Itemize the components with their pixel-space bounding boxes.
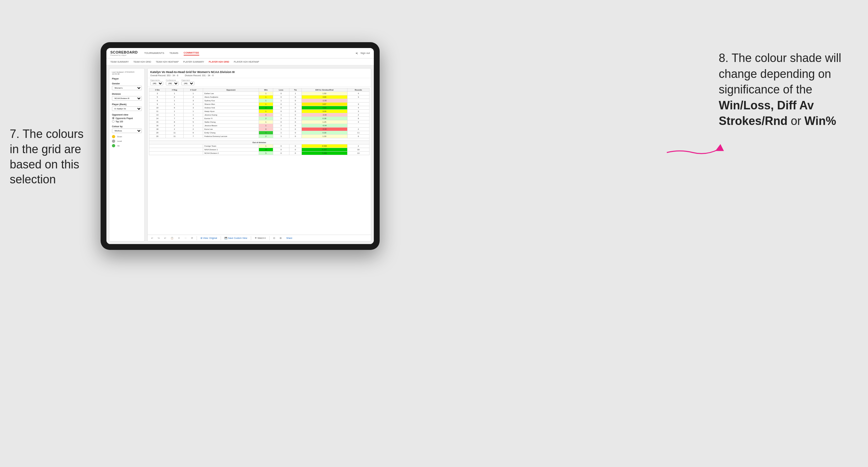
nav-teams[interactable]: TEAMS: [169, 51, 179, 55]
grid-records: Overall Record: 353 - 34 - 6 Division Re…: [150, 74, 368, 76]
toolbar-view-original[interactable]: ⊞ View: Original: [199, 237, 218, 240]
filter-opponent-select[interactable]: (All): [181, 82, 194, 85]
cell-div: 20: [149, 135, 166, 138]
toolbar-redo1[interactable]: ↪: [157, 237, 161, 240]
colour-by-select[interactable]: Win/loss: [112, 128, 142, 133]
cell-conf: 4: [183, 117, 203, 120]
nav-committee[interactable]: COMMITTEE: [184, 51, 199, 56]
toolbar-save-custom[interactable]: 💾 Save Custom View: [224, 237, 248, 240]
sub-nav-team-summary[interactable]: TEAM SUMMARY: [110, 61, 129, 63]
cell-diff: 3.33: [302, 110, 347, 113]
cell-empty: [149, 145, 203, 148]
cell-opponent: Emily Chang: [203, 131, 259, 135]
table-row: 3 1 1 Esther Lee 1 0 1 1.50 4: [149, 92, 370, 95]
legend-circle-level: [112, 139, 115, 143]
division-select[interactable]: NCAA Division III: [112, 96, 142, 101]
toolbar-undo[interactable]: ↩: [150, 237, 154, 240]
toolbar-layout1[interactable]: ⊡: [272, 237, 276, 240]
toolbar-watch[interactable]: 👁 Watch ▾: [254, 237, 267, 240]
player-rank-select[interactable]: 8. Katelyn Vo: [112, 106, 142, 111]
cell-win: 2: [259, 135, 273, 138]
toolbar-layout2[interactable]: ⊞: [279, 237, 283, 240]
sub-nav-player-summary[interactable]: PLAYER SUMMARY: [183, 61, 205, 63]
sign-out-link[interactable]: Sign out: [361, 51, 370, 55]
cell-win: 1: [259, 95, 273, 99]
toolbar-copy[interactable]: 📋: [170, 237, 175, 240]
toolbar-cut[interactable]: ✂: [177, 237, 181, 240]
table-row: NAIA Division 1 15 0 0 9.267 30: [149, 148, 370, 152]
cell-div: 20: [149, 131, 166, 135]
filter-opponents-select[interactable]: (All): [150, 82, 163, 85]
cell-loss: 0: [273, 102, 289, 106]
cell-diff: -0.94: [302, 124, 347, 128]
cell-div: 14: [149, 117, 166, 120]
cell-loss: 1: [273, 113, 289, 117]
cell-loss: 0: [273, 110, 289, 113]
cell-div: 11: [149, 110, 166, 113]
legend-row-down: Down: [112, 135, 142, 138]
cell-rounds: 2: [347, 128, 369, 131]
cell-tie: 0: [289, 152, 302, 155]
toolbar-share[interactable]: Share: [285, 237, 293, 240]
sub-nav-team-h2h-heatmap[interactable]: TEAM H2H HEATMAP: [156, 61, 179, 63]
cell-loss: 0: [273, 106, 289, 110]
player-rank-label: Player (Rank): [112, 103, 142, 105]
cell-loss: 1: [273, 99, 289, 102]
division-record-label: Division Record:: [185, 74, 201, 76]
app-header: SCOREBOARD Powered by clippd TOURNAMENTS…: [106, 48, 374, 58]
cell-rounds: 6: [347, 135, 369, 138]
radio-top100[interactable]: Top 100: [112, 120, 142, 123]
legend-label-up: Up: [117, 145, 120, 147]
cell-conf: 1: [183, 113, 203, 117]
cell-win: 2: [259, 117, 273, 120]
cell-rounds: 9: [347, 117, 369, 120]
cell-tie: 0: [289, 106, 302, 110]
last-updated: Last Updated: 27/03/2024 16:55:38: [112, 71, 142, 75]
out-of-division-header: Out of division: [149, 141, 370, 145]
sub-nav-player-h2h-grid[interactable]: PLAYER H2H GRID: [209, 61, 229, 63]
cell-win: 1: [259, 92, 273, 95]
sub-nav-player-h2h-heatmap[interactable]: PLAYER H2H HEATMAP: [234, 61, 259, 63]
annotation-left: 7. The colours in the grid are based on …: [10, 127, 94, 187]
gender-select[interactable]: Women's: [112, 86, 142, 90]
division-record-value: 331 - 34 - 6: [202, 74, 214, 76]
filters-row: Opponents: (All) Conference (All) Oppone…: [148, 78, 371, 87]
col-reg: # Reg: [165, 88, 183, 92]
cell-div: 13: [149, 113, 166, 117]
gender-section: Gender Women's: [112, 83, 142, 90]
cell-loss: 0: [273, 148, 289, 152]
cell-diff: 0.38: [302, 117, 347, 120]
cell-reg: 1: [165, 110, 183, 113]
radio-opponents-played[interactable]: Opponents Played: [112, 117, 142, 119]
cell-tie: 0: [289, 148, 302, 152]
table-row: 13 1 1 Jessica Huang 0 1 0 -3.00 2: [149, 113, 370, 117]
cell-opponent: Sydney Kuo: [203, 99, 259, 102]
nav-tournaments[interactable]: TOURNAMENTS: [144, 51, 164, 55]
cell-win: 4: [259, 131, 273, 135]
cell-tie: 0: [289, 120, 302, 124]
cell-opponent: Esther Lee: [203, 92, 259, 95]
cell-div: 18: [149, 128, 166, 131]
cell-diff: 1.25: [302, 120, 347, 124]
table-row: 5 2 2 Alexis Sudjianto 1 0 0 4.00 3: [149, 95, 370, 99]
col-loss: Loss: [273, 88, 289, 92]
radio-dot-1: [112, 117, 115, 119]
toolbar-undo2[interactable]: ↩: [163, 237, 167, 240]
cell-rounds: 11: [347, 131, 369, 135]
cell-win: 1: [259, 145, 273, 148]
radio-dot-2: [112, 120, 115, 123]
cell-conf: 4: [183, 102, 203, 106]
toolbar-refresh[interactable]: ⟳: [190, 237, 194, 240]
table-row: 20 11 7 Federica Domecq Lacroze 2 1 0 1.…: [149, 135, 370, 138]
legend: Down Level Up: [112, 135, 142, 147]
table-row: 16 2 1 Jessica Mason 1 2 0 -0.94: [149, 124, 370, 128]
filter-conference-select[interactable]: (All): [166, 82, 179, 85]
table-row: 14 7 4 Eunice Yi 2 2 0 0.38 9: [149, 117, 370, 120]
col-diff: Diff Av Strokes/Rnd: [302, 88, 347, 92]
cell-rounds: 10: [347, 152, 369, 155]
cell-div: 15: [149, 120, 166, 124]
sub-nav-team-h2h-grid[interactable]: TEAM H2H GRID: [133, 61, 151, 63]
toolbar-more[interactable]: ···: [184, 237, 188, 240]
annotation-right-text1: 8. The colour shade will change dependin…: [719, 50, 842, 98]
cell-rounds: 4: [347, 106, 369, 110]
